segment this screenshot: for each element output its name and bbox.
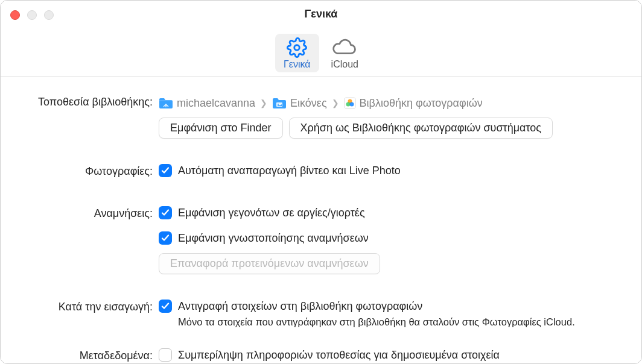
home-folder-icon — [159, 97, 173, 109]
holiday-events-checkbox[interactable] — [159, 206, 172, 219]
tab-icloud[interactable]: iCloud — [323, 34, 367, 72]
memories-notification-checkbox[interactable] — [159, 231, 172, 245]
label-importing: Κατά την εισαγωγή: — [16, 300, 159, 313]
label-library-location: Τοποθεσία βιβλιοθήκης: — [16, 95, 159, 108]
breadcrumb-home: michaelcavanna — [177, 97, 255, 110]
use-as-system-library-button[interactable]: Χρήση ως Βιβλιοθήκης φωτογραφιών συστήμα… — [289, 118, 553, 139]
chevron-right-icon: ❯ — [259, 98, 269, 108]
gear-icon — [286, 37, 308, 58]
tab-icloud-label: iCloud — [331, 59, 358, 70]
label-metadata: Μεταδεδομένα: — [16, 348, 159, 362]
autoplay-checkbox[interactable] — [159, 164, 172, 177]
reset-suggested-memories-button[interactable]: Επαναφορά προτεινόμενων αναμνήσεων — [159, 253, 380, 274]
autoplay-label: Αυτόματη αναπαραγωγή βίντεο και Live Pho… — [178, 165, 401, 177]
svg-point-2 — [278, 104, 279, 105]
content-area: Τοποθεσία βιβλιοθήκης: michaelcavanna ❯ — [1, 77, 641, 364]
checkbox-line-memories-notification: Εμφάνιση γνωστοποίησης αναμνήσεων — [159, 231, 626, 245]
include-location-checkbox[interactable] — [159, 348, 172, 362]
row-photos: Φωτογραφίες: Αυτόματη αναπαραγωγή βίντεο… — [16, 164, 626, 181]
copy-on-import-label: Αντιγραφή στοιχείων στη βιβλιοθήκη φωτογ… — [178, 300, 422, 313]
show-in-finder-button[interactable]: Εμφάνιση στο Finder — [159, 118, 283, 139]
chevron-right-icon: ❯ — [331, 98, 340, 108]
library-buttons: Εμφάνιση στο Finder Χρήση ως Βιβλιοθήκης… — [159, 118, 626, 139]
checkbox-line-copy-on-import: Αντιγραφή στοιχείων στη βιβλιοθήκη φωτογ… — [159, 300, 626, 313]
titlebar: Γενικά Γενικά iCloud — [1, 1, 641, 77]
breadcrumb-library: Βιβλιοθήκη φωτογραφιών — [360, 97, 483, 110]
checkbox-line-include-location: Συμπερίληψη πληροφοριών τοποθεσίας για δ… — [159, 348, 626, 362]
svg-point-6 — [349, 102, 354, 107]
pictures-folder-icon — [272, 97, 287, 109]
checkbox-line-holiday-events: Εμφάνιση γεγονότων σε αργίες/γιορτές — [159, 206, 626, 219]
checkbox-line-autoplay: Αυτόματη αναπαραγωγή βίντεο και Live Pho… — [159, 164, 626, 177]
row-memories: Αναμνήσεις: Εμφάνιση γεγονότων σε αργίες… — [16, 206, 626, 274]
tab-general[interactable]: Γενικά — [275, 34, 319, 72]
toolbar-tabs: Γενικά iCloud — [1, 34, 641, 72]
row-importing: Κατά την εισαγωγή: Αντιγραφή στοιχείων σ… — [16, 300, 626, 328]
holiday-events-label: Εμφάνιση γεγονότων σε αργίες/γιορτές — [178, 207, 365, 219]
library-path-breadcrumb: michaelcavanna ❯ Εικόνες ❯ — [159, 95, 626, 111]
svg-point-5 — [346, 102, 350, 107]
preferences-window: Γενικά Γενικά iCloud — [0, 0, 642, 364]
copy-on-import-checkbox[interactable] — [159, 300, 172, 313]
copy-on-import-help-text: Μόνο τα στοιχεία που αντιγράφηκαν στη βι… — [159, 316, 626, 328]
tab-general-label: Γενικά — [284, 59, 311, 70]
label-photos: Φωτογραφίες: — [16, 164, 159, 178]
memories-notification-label: Εμφάνιση γνωστοποίησης αναμνήσεων — [178, 232, 369, 245]
row-library-location: Τοποθεσία βιβλιοθήκης: michaelcavanna ❯ — [16, 95, 626, 139]
cloud-icon — [332, 37, 357, 58]
include-location-label: Συμπερίληψη πληροφοριών τοποθεσίας για δ… — [178, 349, 500, 362]
window-title: Γενικά — [1, 8, 641, 20]
breadcrumb-pictures: Εικόνες — [290, 97, 327, 110]
photos-library-icon — [344, 97, 356, 109]
label-memories: Αναμνήσεις: — [16, 206, 159, 220]
svg-point-0 — [294, 45, 300, 51]
row-metadata: Μεταδεδομένα: Συμπερίληψη πληροφοριών το… — [16, 348, 626, 364]
